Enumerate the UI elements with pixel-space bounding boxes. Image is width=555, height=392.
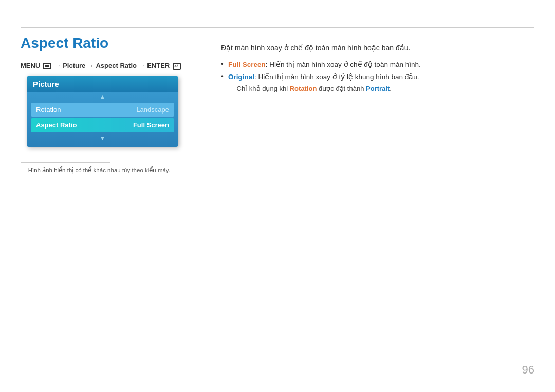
menu-arrow2: → xyxy=(87,62,96,69)
sub-note-portrait: Portrait xyxy=(366,85,390,92)
bullet-full-screen: Full Screen: Hiển thị màn hình xoay ở ch… xyxy=(221,60,534,68)
panel-divider xyxy=(21,162,110,163)
panel-row-rotation[interactable]: Rotation Landscape xyxy=(31,103,174,117)
page-number: 96 xyxy=(522,363,534,377)
sub-note: ― Chỉ khả dụng khi Rotation được đặt thà… xyxy=(221,85,534,92)
footnote: ― Hình ảnh hiển thị có thể khác nhau tùy… xyxy=(21,166,170,174)
sub-note-middle: được đặt thành xyxy=(317,85,366,92)
panel-arrow-down: ▼ xyxy=(27,134,178,143)
sub-note-prefix: ― Chỉ khả dụng khi xyxy=(228,85,290,92)
menu-arrow1: → xyxy=(54,62,63,69)
picture-panel-title: Picture xyxy=(27,76,178,92)
menu-aspect-ratio: Aspect Ratio xyxy=(96,62,136,69)
sub-note-suffix: . xyxy=(390,85,392,92)
menu-label: MENU xyxy=(21,62,40,69)
enter-icon xyxy=(173,63,181,70)
picture-panel: Picture ▲ Rotation Landscape Aspect Rati… xyxy=(27,76,178,147)
right-content: Đặt màn hình xoay ở chế độ toàn màn hình… xyxy=(221,44,534,92)
panel-row-rotation-value: Landscape xyxy=(131,103,174,117)
full-screen-text: : Hiển thị màn hình xoay ở chế độ toàn m… xyxy=(266,61,421,68)
full-screen-label: Full Screen xyxy=(228,61,266,68)
original-label: Original xyxy=(228,73,254,81)
menu-enter: ENTER xyxy=(147,62,170,69)
panel-row-rotation-label: Rotation xyxy=(31,103,131,117)
panel-row-aspect-ratio-label: Aspect Ratio xyxy=(31,118,128,132)
original-text: : Hiển thị màn hình xoay ở tỷ lệ khung h… xyxy=(254,73,419,81)
menu-picture: Picture xyxy=(63,62,85,69)
page-title: Aspect Ratio xyxy=(21,35,108,51)
panel-row-aspect-ratio-value: Full Screen xyxy=(128,118,174,132)
intro-text: Đặt màn hình xoay ở chế độ toàn màn hình… xyxy=(221,44,534,52)
sub-note-rotation: Rotation xyxy=(290,85,317,92)
top-line xyxy=(21,27,534,28)
panel-arrow-up: ▲ xyxy=(27,92,178,101)
menu-icon xyxy=(43,63,51,69)
menu-arrow3: → xyxy=(139,62,147,69)
menu-path: MENU → Picture → Aspect Ratio → ENTER xyxy=(21,62,182,70)
bullet-list: Full Screen: Hiển thị màn hình xoay ở ch… xyxy=(221,60,534,81)
panel-row-aspect-ratio[interactable]: Aspect Ratio Full Screen xyxy=(31,118,174,132)
bullet-original: Original: Hiển thị màn hình xoay ở tỷ lệ… xyxy=(221,72,534,81)
